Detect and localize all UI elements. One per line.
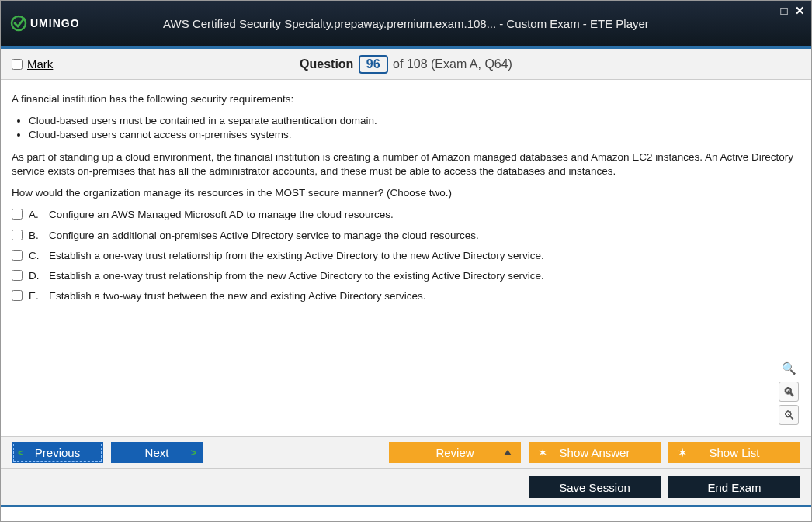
list-icon: ✶ xyxy=(678,446,688,460)
zoom-out-icon[interactable]: 🔍︎ xyxy=(779,405,799,425)
requirement-item: Cloud-based users cannot access on-premi… xyxy=(29,128,800,142)
requirement-list: Cloud-based users must be contained in a… xyxy=(29,114,800,142)
question-para3: How would the organization manage its re… xyxy=(12,186,800,200)
answer-list: A. Configure an AWS Managed Microsoft AD… xyxy=(12,208,800,303)
app-logo: UMINGO xyxy=(10,15,80,32)
option-checkbox-e[interactable] xyxy=(12,290,23,301)
chevron-left-icon: < xyxy=(18,447,24,458)
question-header: Mark Question 96 of 108 (Exam A, Q64) xyxy=(1,49,811,80)
requirement-item: Cloud-based users must be contained in a… xyxy=(29,114,800,128)
question-para2: As part of standing up a cloud environme… xyxy=(12,150,800,178)
title-bar: UMINGO AWS Certified Security Specialty.… xyxy=(1,1,811,49)
answer-option[interactable]: B. Configure an additional on-premises A… xyxy=(12,229,800,243)
answer-option[interactable]: C. Establish a one-way trust relationshi… xyxy=(12,249,800,263)
end-exam-button[interactable]: End Exam xyxy=(668,476,800,498)
question-intro: A financial institution has the followin… xyxy=(12,92,800,106)
show-answer-button[interactable]: ✶ Show Answer xyxy=(529,442,661,463)
mark-checkbox[interactable] xyxy=(12,59,23,70)
brand-text: UMINGO xyxy=(30,17,80,29)
option-checkbox-d[interactable] xyxy=(12,270,23,281)
window-controls: _ □ ✕ xyxy=(762,4,807,18)
chevron-right-icon: > xyxy=(190,447,196,458)
mark-checkbox-wrap[interactable]: Mark xyxy=(12,57,53,71)
answer-option[interactable]: E. Establish a two-way trust between the… xyxy=(12,289,800,303)
question-content: A financial institution has the followin… xyxy=(1,80,811,436)
zoom-in-icon[interactable]: 🔍︎ xyxy=(779,382,799,402)
option-checkbox-b[interactable] xyxy=(12,230,23,240)
navigation-bar: < Previous Next > Review ✶ Show Answer ✶… xyxy=(1,436,811,468)
zoom-toolbar: 🔍 🔍︎ 🔍︎ xyxy=(779,358,799,425)
previous-button[interactable]: < Previous xyxy=(12,442,103,463)
magnify-icon[interactable]: 🔍 xyxy=(779,358,799,379)
bottom-bar: Save Session End Exam xyxy=(1,468,811,507)
maximize-icon[interactable]: □ xyxy=(777,4,791,18)
close-icon[interactable]: ✕ xyxy=(793,4,807,18)
star-icon: ✶ xyxy=(538,446,548,460)
minimize-icon[interactable]: _ xyxy=(762,4,776,18)
answer-option[interactable]: A. Configure an AWS Managed Microsoft AD… xyxy=(12,208,800,222)
window-title: AWS Certified Security Specialty.prepawa… xyxy=(1,17,811,30)
review-button[interactable]: Review xyxy=(389,442,521,463)
answer-option[interactable]: D. Establish a one-way trust relationshi… xyxy=(12,269,800,283)
question-counter: Question 96 of 108 (Exam A, Q64) xyxy=(1,55,811,74)
option-checkbox-a[interactable] xyxy=(12,209,23,220)
show-list-button[interactable]: ✶ Show List xyxy=(668,442,800,463)
save-session-button[interactable]: Save Session xyxy=(529,476,661,498)
mark-label[interactable]: Mark xyxy=(27,57,53,71)
next-button[interactable]: Next > xyxy=(111,442,203,463)
current-question-number: 96 xyxy=(359,55,388,74)
triangle-up-icon xyxy=(504,450,512,455)
option-checkbox-c[interactable] xyxy=(12,250,23,261)
